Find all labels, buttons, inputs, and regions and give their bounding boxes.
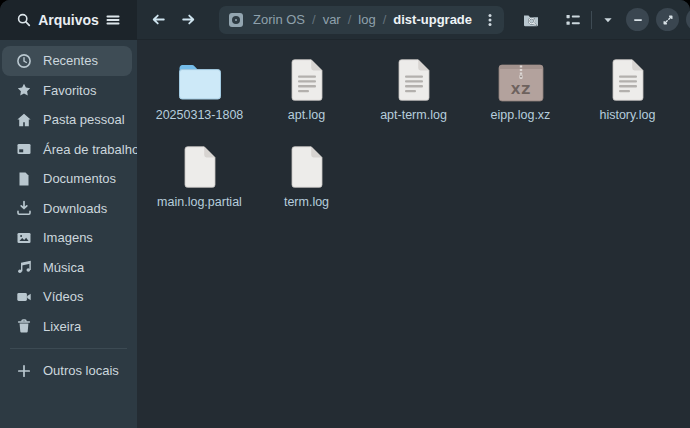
breadcrumb-segment[interactable]: var <box>321 12 343 27</box>
sidebar-item-label: Imagens <box>43 230 93 245</box>
close-button[interactable] <box>686 8 690 31</box>
file-grid: 20250313-1808 apt.log apt-term.log XZ ei… <box>146 56 690 230</box>
breadcrumb-segment[interactable]: Zorin OS <box>251 12 307 27</box>
path-menu-button[interactable] <box>478 8 502 32</box>
breadcrumb-separator: / <box>343 12 357 27</box>
file-manager-window: Arquivos Zori <box>0 0 690 428</box>
sidebar-divider <box>10 348 127 349</box>
svg-text:XZ: XZ <box>510 82 531 97</box>
file-item[interactable]: XZ eipp.log.xz <box>467 56 574 143</box>
list-view-icon <box>565 12 581 28</box>
minimize-icon <box>631 13 645 27</box>
menu-button[interactable] <box>99 5 128 35</box>
file-icon <box>290 143 324 189</box>
maximize-button[interactable] <box>656 8 679 31</box>
view-toggle-group <box>560 5 619 35</box>
file-item[interactable]: term.log <box>253 143 360 230</box>
video-icon <box>16 289 32 305</box>
file-item[interactable]: main.log.partial <box>146 143 253 230</box>
breadcrumb: Zorin OS/var/log/dist-upgrade <box>251 12 474 27</box>
sidebar-list: Recentes Favoritos Pasta pessoal Área de… <box>0 46 137 341</box>
sidebar-item-favoritos[interactable]: Favoritos <box>2 76 132 106</box>
sidebar-item-imagens[interactable]: Imagens <box>2 223 132 253</box>
folder-icon <box>176 56 224 102</box>
text-file-icon <box>611 56 645 102</box>
file-name: main.log.partial <box>157 196 242 210</box>
trash-icon <box>16 318 32 334</box>
sidebar-item-label: Outros locais <box>43 363 119 378</box>
arrow-right-icon <box>180 11 197 28</box>
sidebar: Recentes Favoritos Pasta pessoal Área de… <box>0 40 137 428</box>
file-name: term.log <box>284 196 329 210</box>
back-button[interactable] <box>143 5 173 35</box>
view-options-button[interactable] <box>597 5 619 35</box>
file-name: 20250313-1808 <box>156 109 244 123</box>
toolbar-separator <box>591 11 592 29</box>
desktop-icon <box>16 141 32 157</box>
download-icon <box>16 200 32 216</box>
sidebar-item-label: Música <box>43 260 84 275</box>
text-file-icon <box>290 56 324 102</box>
file-name: history.log <box>599 109 655 123</box>
sidebar-item-label: Área de trabalho <box>43 142 139 157</box>
document-icon <box>16 171 32 187</box>
file-name: eipp.log.xz <box>491 109 551 123</box>
sidebar-item-label: Downloads <box>43 201 107 216</box>
star-icon <box>16 82 32 98</box>
path-bar[interactable]: Zorin OS/var/log/dist-upgrade <box>219 6 504 34</box>
search-button[interactable] <box>9 5 38 35</box>
headerbar: Arquivos Zori <box>0 0 690 40</box>
toolbar: Zorin OS/var/log/dist-upgrade <box>137 0 690 40</box>
sidebar-item-música[interactable]: Música <box>2 253 132 283</box>
sidebar-item-vídeos[interactable]: Vídeos <box>2 282 132 312</box>
window-body: Recentes Favoritos Pasta pessoal Área de… <box>0 40 690 428</box>
clock-icon <box>16 53 32 69</box>
breadcrumb-segment[interactable]: log <box>356 12 377 27</box>
sidebar-item-other-locations[interactable]: Outros locais <box>2 356 132 386</box>
file-name: apt.log <box>288 109 326 123</box>
home-icon <box>16 112 32 128</box>
search-icon <box>16 12 32 28</box>
sidebar-header: Arquivos <box>0 0 137 40</box>
chevron-down-icon <box>602 14 614 26</box>
arrow-left-icon <box>150 11 167 28</box>
sidebar-item-label: Recentes <box>43 53 98 68</box>
sidebar-item-lixeira[interactable]: Lixeira <box>2 312 132 342</box>
plus-icon <box>16 363 32 379</box>
image-icon <box>16 230 32 246</box>
file-item[interactable]: apt-term.log <box>360 56 467 143</box>
file-name: apt-term.log <box>380 109 447 123</box>
breadcrumb-separator: / <box>307 12 321 27</box>
maximize-icon <box>661 13 675 27</box>
sidebar-item-label: Vídeos <box>43 289 83 304</box>
sidebar-item-downloads[interactable]: Downloads <box>2 194 132 224</box>
hamburger-icon <box>105 12 121 28</box>
minimize-button[interactable] <box>626 8 649 31</box>
sidebar-item-label: Favoritos <box>43 83 96 98</box>
archive-icon: XZ <box>498 56 544 102</box>
text-file-icon <box>397 56 431 102</box>
search-folder-button[interactable] <box>516 5 546 35</box>
sidebar-item-documentos[interactable]: Documentos <box>2 164 132 194</box>
sidebar-item-recentes[interactable]: Recentes <box>2 46 132 76</box>
sidebar-item-label: Lixeira <box>43 319 81 334</box>
sidebar-item-label: Documentos <box>43 171 116 186</box>
sidebar-item-pasta-pessoal[interactable]: Pasta pessoal <box>2 105 132 135</box>
app-title: Arquivos <box>38 12 99 28</box>
file-view: 20250313-1808 apt.log apt-term.log XZ ei… <box>137 40 690 428</box>
sidebar-item-label: Pasta pessoal <box>43 112 125 127</box>
file-icon <box>183 143 217 189</box>
sidebar-item-área-de-trabalho[interactable]: Área de trabalho <box>2 135 132 165</box>
music-icon <box>16 259 32 275</box>
view-list-button[interactable] <box>560 5 586 35</box>
breadcrumb-separator: / <box>378 12 392 27</box>
file-item[interactable]: apt.log <box>253 56 360 143</box>
kebab-menu-icon <box>483 12 497 28</box>
forward-button[interactable] <box>173 5 203 35</box>
drive-icon <box>229 13 243 27</box>
file-item[interactable]: history.log <box>574 56 681 143</box>
file-item[interactable]: 20250313-1808 <box>146 56 253 143</box>
folder-search-icon <box>522 11 540 29</box>
breadcrumb-segment[interactable]: dist-upgrade <box>391 12 474 27</box>
